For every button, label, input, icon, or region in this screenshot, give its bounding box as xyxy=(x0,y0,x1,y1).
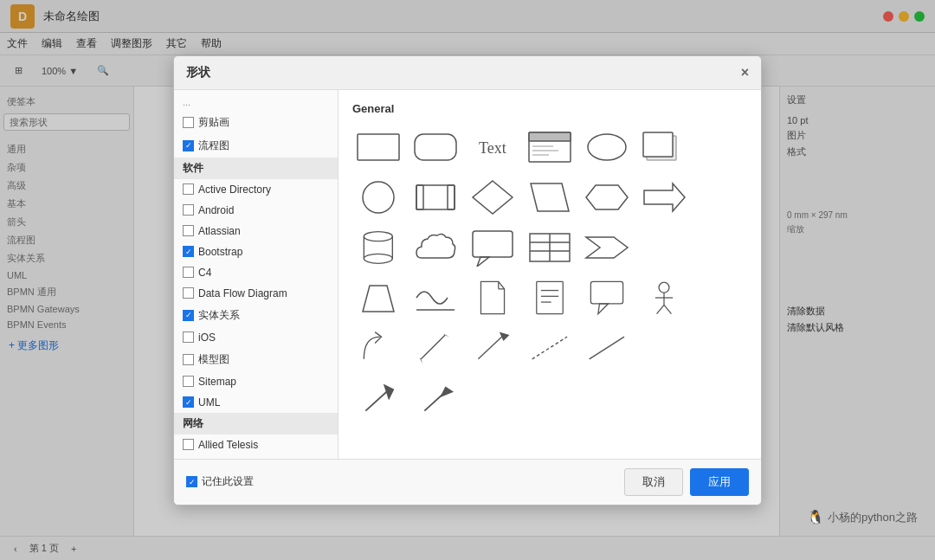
list-item-active-directory[interactable]: Active Directory xyxy=(174,179,338,200)
checkbox-er[interactable] xyxy=(183,310,194,321)
shape-text[interactable]: Text xyxy=(467,126,519,169)
shape-rectangle[interactable] xyxy=(352,126,404,169)
shape-line[interactable] xyxy=(581,326,633,370)
svg-marker-49 xyxy=(500,332,508,339)
list-item-ad-label: Active Directory xyxy=(198,183,271,196)
shapes-row-3 xyxy=(352,226,747,269)
svg-line-43 xyxy=(657,305,664,313)
shapes-dialog: 形状 × ... 剪贴画 流程图 软件 xyxy=(173,55,762,505)
shapes-row-5 xyxy=(352,326,747,370)
checkbox-clipart[interactable] xyxy=(183,117,194,128)
shape-square-shadow[interactable] xyxy=(638,126,690,169)
shape-cloud[interactable] xyxy=(409,226,461,269)
checkbox-dfd[interactable] xyxy=(183,287,194,299)
shape-chevron[interactable] xyxy=(581,226,633,269)
list-item-ios[interactable]: iOS xyxy=(174,327,338,348)
shape-arrow-diagonal[interactable] xyxy=(467,326,519,370)
list-item-clipart[interactable]: 剪贴画 xyxy=(174,111,338,134)
checkbox-sitemap[interactable] xyxy=(183,376,194,387)
shape-dashed-line[interactable] xyxy=(524,326,576,370)
list-item-c4-label: C4 xyxy=(198,267,211,279)
apply-btn[interactable]: 应用 xyxy=(690,468,749,496)
remember-text: 记住此设置 xyxy=(202,474,254,489)
shape-doc2[interactable] xyxy=(524,276,576,319)
checkbox-android[interactable] xyxy=(183,204,194,216)
svg-rect-4 xyxy=(529,132,571,141)
remember-checkbox[interactable] xyxy=(186,476,197,487)
list-scroll-top: ... xyxy=(174,93,338,111)
shape-table[interactable] xyxy=(524,226,576,269)
shape-arrow-right[interactable] xyxy=(638,176,690,219)
shape-person[interactable] xyxy=(638,276,690,319)
list-item-mockup-label: 模型图 xyxy=(198,352,229,367)
shape-parallelogram[interactable] xyxy=(524,176,576,219)
svg-line-52 xyxy=(365,389,389,410)
list-item-bootstrap-label: Bootstrap xyxy=(198,246,242,258)
shape-doc[interactable] xyxy=(467,276,519,319)
list-item-android[interactable]: Android xyxy=(174,200,338,221)
svg-marker-24 xyxy=(477,257,489,267)
checkbox-c4[interactable] xyxy=(183,267,194,278)
dialog-list: ... 剪贴画 流程图 软件 Active Directory xyxy=(174,90,339,459)
svg-rect-0 xyxy=(358,134,399,160)
shape-wave[interactable] xyxy=(409,276,461,319)
remember-setting-label: 记住此设置 xyxy=(186,474,254,489)
list-item-dfd[interactable]: Data Flow Diagram xyxy=(174,283,338,304)
shapes-row-6 xyxy=(352,377,747,420)
shape-cylinder[interactable] xyxy=(352,226,404,269)
checkbox-mockup[interactable] xyxy=(183,354,194,365)
svg-marker-55 xyxy=(442,387,452,396)
shape-speech-bubble[interactable] xyxy=(467,226,519,269)
list-item-clipart-label: 剪贴画 xyxy=(198,115,229,130)
shape-double-arrow[interactable] xyxy=(409,326,461,370)
svg-marker-15 xyxy=(473,181,513,214)
list-item-mockup[interactable]: 模型图 xyxy=(174,348,338,371)
svg-marker-39 xyxy=(598,303,609,313)
list-item-er-label: 实体关系 xyxy=(198,308,240,323)
checkbox-allied[interactable] xyxy=(183,439,194,450)
shape-callout[interactable] xyxy=(581,276,633,319)
shape-curved-arrow[interactable] xyxy=(352,326,404,370)
list-item-allied[interactable]: Allied Telesis xyxy=(174,434,338,455)
checkbox-active-directory[interactable] xyxy=(183,183,194,195)
svg-marker-30 xyxy=(363,286,394,312)
shape-heading[interactable] xyxy=(524,126,576,169)
checkbox-ios[interactable] xyxy=(183,331,194,343)
list-item-sitemap[interactable]: Sitemap xyxy=(174,371,338,392)
watermark-text: 小杨的python之路 xyxy=(828,510,918,525)
list-item-flowchart[interactable]: 流程图 xyxy=(174,134,338,158)
svg-marker-17 xyxy=(586,185,628,209)
shapes-row-1: Text xyxy=(352,126,747,169)
shape-circle[interactable] xyxy=(352,176,404,219)
svg-rect-1 xyxy=(415,134,456,160)
shape-rounded-rect[interactable] xyxy=(409,126,461,169)
list-item-er[interactable]: 实体关系 xyxy=(174,304,338,327)
shape-trapezoid[interactable] xyxy=(352,276,404,319)
list-item-uml[interactable]: UML xyxy=(174,392,338,413)
checkbox-bootstrap[interactable] xyxy=(183,246,194,257)
svg-marker-29 xyxy=(586,237,628,258)
svg-rect-38 xyxy=(590,281,622,303)
shape-film-rect[interactable] xyxy=(409,176,461,219)
list-item-c4[interactable]: C4 xyxy=(174,262,338,283)
shape-ellipse[interactable] xyxy=(581,126,633,169)
shape-small-arrow-2[interactable] xyxy=(411,377,463,420)
shapes-row-2 xyxy=(352,176,747,219)
list-item-bootstrap[interactable]: Bootstrap xyxy=(174,241,338,262)
shapes-section-title: General xyxy=(352,102,747,115)
shape-small-arrow-1[interactable] xyxy=(352,377,404,420)
shape-hexagon[interactable] xyxy=(581,176,633,219)
checkbox-flowchart[interactable] xyxy=(183,140,194,151)
list-item-dfd-label: Data Flow Diagram xyxy=(198,287,287,299)
cancel-btn[interactable]: 取消 xyxy=(624,468,683,496)
checkbox-uml[interactable] xyxy=(183,396,194,408)
dialog-body: ... 剪贴画 流程图 软件 Active Directory xyxy=(174,90,761,459)
list-item-sitemap-label: Sitemap xyxy=(198,376,236,388)
svg-point-19 xyxy=(364,231,393,241)
dialog-close-btn[interactable]: × xyxy=(741,66,749,80)
checkbox-atlassian[interactable] xyxy=(183,225,194,236)
shape-diamond[interactable] xyxy=(467,176,519,219)
list-item-atlassian[interactable]: Atlassian xyxy=(174,221,338,241)
svg-point-11 xyxy=(363,182,394,213)
list-section-software: 软件 xyxy=(174,158,338,179)
